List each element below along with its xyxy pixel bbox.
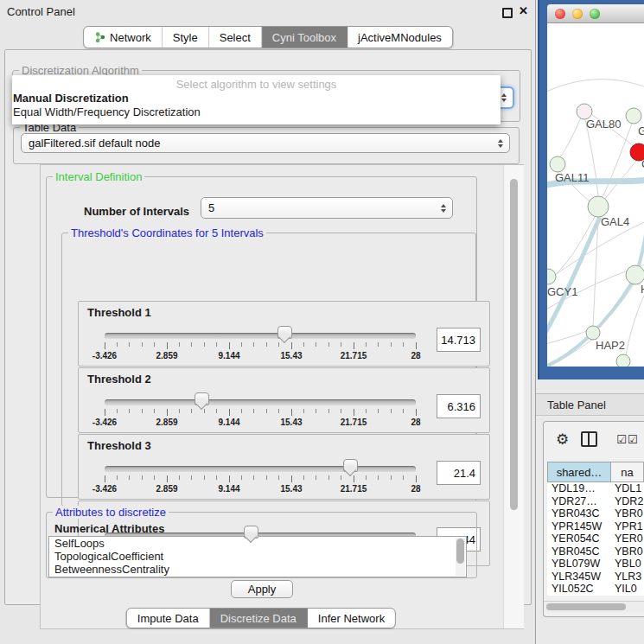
tab-impute-data[interactable]: Impute Data [127, 609, 210, 628]
apply-button[interactable]: Apply [231, 580, 293, 598]
minimize-traffic-light-icon[interactable] [572, 9, 583, 19]
dropdown-option[interactable]: Equal Width/Frequency Discretization [12, 105, 501, 119]
cell-name[interactable]: YER0 [611, 532, 644, 545]
cell-shared-name[interactable]: YBR043C [547, 507, 611, 520]
table-row[interactable]: YIL052C YIL0 [547, 583, 644, 596]
attributes-scrollbar[interactable] [456, 538, 465, 576]
slider-track[interactable] [105, 333, 416, 339]
checkbox-icon[interactable]: ☑ [616, 433, 627, 446]
attribute-item[interactable]: SelfLoops [49, 537, 466, 550]
network-edge[interactable] [603, 124, 632, 197]
cell-name[interactable]: YPR1 [611, 520, 644, 533]
tab-infer-network[interactable]: Infer Network [308, 609, 395, 628]
tab-label: Select [220, 31, 251, 44]
attribute-item[interactable]: BetweennessCentrality [49, 563, 466, 576]
table-panel-toolbar: ⚙ ☑ ☑ [544, 427, 644, 451]
slider-handle[interactable] [244, 526, 258, 539]
table-row[interactable]: YBL079W YBL0 [547, 558, 644, 571]
cell-name[interactable]: YBR0 [611, 507, 644, 520]
column-header-shared-name[interactable]: shared… [547, 462, 611, 482]
tick-label: 2.859 [136, 484, 198, 494]
settings-vertical-scrollbar[interactable] [503, 165, 524, 628]
table-row[interactable]: YER054C YER0 [547, 532, 644, 545]
network-canvas[interactable]: GAL80GACGAL11GAL4GCY1HHAP2 [547, 23, 644, 367]
table-horizontal-scrollbar[interactable] [544, 601, 644, 612]
scrollbar-thumb[interactable] [546, 603, 626, 610]
cell-shared-name[interactable]: YDL19… [547, 482, 611, 495]
cell-shared-name[interactable]: YBR045C [547, 545, 611, 558]
node-label: GCY1 [547, 285, 577, 298]
cyni-mode-tabs: Impute DataDiscretize DataInfer Network [126, 608, 396, 628]
scrollbar-thumb[interactable] [456, 539, 464, 564]
column-selection-icons: ☑ ☑ [616, 433, 637, 446]
table-row[interactable]: YDR27… YDR2 [547, 495, 644, 508]
slider-track[interactable] [105, 466, 416, 472]
cell-shared-name[interactable]: YDR27… [547, 495, 611, 508]
threshold-label: Threshold 3 [87, 439, 151, 452]
tab-label: Infer Network [318, 612, 385, 625]
table-data-combobox[interactable]: galFiltered.sif default node [21, 133, 510, 153]
table-row[interactable]: YBR045C YBR0 [547, 545, 644, 558]
table-row[interactable]: YBR043C YBR0 [547, 507, 644, 520]
tab-cyni-toolbox[interactable]: Cyni Toolbox [262, 27, 348, 48]
slider-handle[interactable] [194, 392, 209, 405]
cell-name[interactable]: YIL0 [611, 583, 644, 596]
tab-discretize-data[interactable]: Discretize Data [210, 609, 308, 628]
tab-style[interactable]: Style [163, 27, 209, 48]
cell-name[interactable]: YBR0 [611, 545, 644, 558]
number-of-intervals-label: Number of Intervals [84, 205, 189, 218]
network-node[interactable] [550, 156, 565, 172]
cell-shared-name[interactable]: YLR345W [547, 571, 611, 583]
network-node[interactable] [547, 269, 556, 284]
checkbox-icon[interactable]: ☑ [628, 433, 638, 446]
table-row[interactable]: YDL19… YDL1 [547, 482, 644, 495]
tick-label: 9.144 [198, 351, 260, 360]
node-label: GAL80 [586, 118, 621, 131]
cell-name[interactable]: YLR3 [611, 571, 644, 583]
network-edge[interactable] [639, 220, 644, 265]
cell-shared-name[interactable]: YPR145W [547, 520, 611, 533]
cell-name[interactable]: YDL1 [611, 482, 644, 495]
float-window-icon[interactable] [502, 8, 513, 18]
network-node[interactable] [626, 108, 641, 124]
threshold-value-input[interactable] [437, 394, 481, 418]
tab-jactivemnodules[interactable]: jActiveMNodules [348, 27, 452, 48]
column-header-name[interactable]: na [611, 462, 644, 482]
slider-handle[interactable] [343, 459, 358, 472]
dropdown-option[interactable]: Manual Discretization [12, 92, 501, 105]
table-row[interactable]: YPR145W YPR1 [547, 520, 644, 533]
table-row[interactable]: YLR345W YLR3 [547, 571, 644, 583]
cell-name[interactable]: YDR2 [611, 495, 644, 508]
zoom-traffic-light-icon[interactable] [590, 9, 600, 19]
network-edge[interactable] [585, 119, 598, 196]
network-edge[interactable] [560, 118, 581, 157]
slider-track[interactable] [105, 399, 416, 405]
split-view-icon[interactable] [581, 431, 597, 447]
attribute-item[interactable]: TopologicalCoefficient [49, 550, 466, 563]
network-node[interactable] [588, 196, 609, 217]
network-node[interactable] [616, 354, 630, 367]
network-edge[interactable] [547, 80, 644, 95]
network-window-titlebar [547, 4, 644, 23]
cell-name[interactable]: YBL0 [611, 558, 644, 571]
cell-shared-name[interactable]: YBL079W [547, 558, 611, 571]
cell-shared-name[interactable]: YIL052C [547, 583, 611, 596]
threshold-value-input[interactable] [437, 328, 481, 352]
close-icon[interactable]: ✕ [519, 4, 528, 17]
cyni-toolbox-panel: Discretization Algorithm Select algorith… [4, 49, 532, 605]
close-traffic-light-icon[interactable] [555, 9, 565, 19]
network-node[interactable] [626, 265, 644, 284]
scrollbar-thumb[interactable] [510, 179, 518, 510]
slider-handle[interactable] [277, 326, 292, 339]
table-panel-titlebar: Table Panel [536, 393, 644, 416]
tab-select[interactable]: Select [209, 27, 262, 48]
tab-network[interactable]: Network [84, 27, 163, 48]
threshold-value-input[interactable] [437, 461, 481, 485]
number-of-intervals-combobox[interactable]: 5 [201, 197, 453, 219]
network-edge[interactable] [626, 287, 644, 355]
interval-definition-group: Interval Definition Number of Intervals … [46, 176, 477, 498]
numerical-attributes-list[interactable]: SelfLoopsTopologicalCoefficientBetweenne… [48, 536, 467, 577]
network-node[interactable] [586, 326, 600, 340]
gear-icon[interactable]: ⚙ [556, 432, 569, 447]
cell-shared-name[interactable]: YER054C [547, 532, 611, 545]
